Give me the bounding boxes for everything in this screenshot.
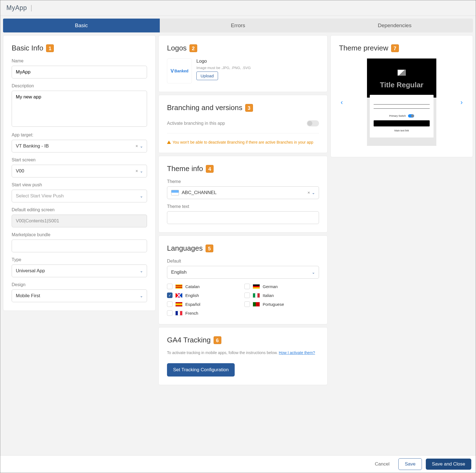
theme-chevron-icon[interactable]: ⌄	[312, 190, 315, 195]
ga4-description: To activate tracking in mobile apps, fol…	[167, 350, 319, 355]
lang-portuguese[interactable]: Portuguese	[244, 301, 319, 307]
lang-french[interactable]: French	[167, 310, 242, 316]
design-chevron-icon[interactable]: ⌄	[140, 294, 143, 298]
theme-label: Theme	[167, 179, 319, 184]
branching-activate-label: Activate branching in this app	[167, 121, 225, 126]
lang-english[interactable]: ✓ English	[167, 293, 242, 298]
app-target-select[interactable]: VT Banking - IB	[12, 140, 147, 152]
start-screen-clear-icon[interactable]: ✕	[135, 169, 138, 173]
preview-image-placeholder-icon	[397, 70, 406, 76]
start-screen-select[interactable]: V00	[12, 165, 147, 177]
save-and-close-button[interactable]: Save and Close	[426, 459, 471, 470]
logo-thumbnail: V Banked	[167, 59, 192, 83]
set-tracking-button[interactable]: Set Tracking Configuration	[167, 363, 235, 377]
name-input[interactable]	[12, 66, 147, 78]
start-view-push-label: Start view push	[12, 182, 147, 187]
ga4-help-link[interactable]: How I activate them?	[279, 350, 315, 355]
italian-checkbox[interactable]	[244, 293, 250, 298]
cancel-button[interactable]: Cancel	[370, 459, 394, 470]
branching-toggle[interactable]	[307, 120, 319, 126]
english-flag-icon	[175, 293, 183, 298]
lang-italian[interactable]: Italian	[244, 293, 319, 298]
save-button[interactable]: Save	[398, 458, 422, 470]
preview-next-icon[interactable]: ›	[459, 97, 464, 108]
branching-warning: You won't be able to deactivate Branchin…	[167, 133, 319, 144]
badge-4: 4	[206, 165, 214, 173]
catalan-checkbox[interactable]	[167, 284, 173, 289]
portuguese-checkbox[interactable]	[244, 301, 250, 307]
default-lang-chevron-icon[interactable]: ⌄	[312, 270, 315, 274]
preview-body: Primary Switch Main text link	[370, 95, 434, 138]
footer-bar: Cancel Save Save and Close	[0, 455, 476, 473]
name-label: Name	[12, 59, 147, 63]
catalan-label: Catalan	[185, 284, 200, 289]
tab-basic[interactable]: Basic	[3, 19, 160, 32]
logo-thumb-text: Banked	[174, 69, 189, 73]
header-separator: |	[31, 4, 32, 11]
card-basic-info: Basic Info 1 Name Description App target…	[3, 35, 156, 311]
type-chevron-icon[interactable]: ⌄	[140, 269, 143, 273]
lang-german[interactable]: German	[244, 284, 319, 289]
badge-5: 5	[206, 245, 213, 252]
theme-icon	[171, 190, 179, 195]
marketplace-input[interactable]	[12, 240, 147, 252]
german-checkbox[interactable]	[244, 284, 250, 289]
preview-switch-label: Primary Switch	[389, 115, 406, 117]
badge-7: 7	[391, 44, 399, 52]
start-screen-chevron-icon[interactable]: ⌄	[140, 169, 143, 173]
card-theme-preview: Theme preview 7 ‹ Title Regular Primary …	[330, 35, 473, 157]
description-textarea[interactable]	[12, 91, 147, 127]
badge-6: 6	[214, 336, 221, 344]
upload-button[interactable]: Upload	[196, 72, 218, 80]
french-checkbox[interactable]	[167, 310, 173, 316]
design-select[interactable]: Mobile First	[12, 289, 147, 302]
preview-prev-icon[interactable]: ‹	[339, 97, 345, 108]
theme-text-label: Theme text	[167, 204, 319, 209]
portuguese-flag-icon	[253, 302, 260, 307]
preview-switch-icon	[408, 114, 414, 118]
theme-text-input[interactable]	[167, 211, 319, 224]
preview-device-frame: Title Regular Primary Switch Main text l…	[367, 59, 436, 146]
app-target-clear-icon[interactable]: ✕	[135, 144, 138, 148]
app-header: MyApp |	[0, 0, 476, 16]
theme-info-title: Theme info	[167, 164, 203, 173]
theme-select[interactable]: ABC_CHANNEL	[167, 186, 319, 199]
english-checkbox[interactable]: ✓	[167, 293, 173, 298]
logo-mark-icon: V	[171, 68, 174, 74]
theme-value: ABC_CHANNEL	[182, 190, 217, 195]
marketplace-label: Marketplace bundle	[12, 232, 147, 237]
tab-dependencies[interactable]: Dependencies	[316, 19, 473, 32]
app-target-chevron-icon[interactable]: ⌄	[140, 144, 143, 148]
espanol-flag-icon	[175, 302, 183, 307]
start-view-push-chevron-icon[interactable]: ⌄	[140, 194, 143, 198]
type-select[interactable]: Universal App	[12, 265, 147, 277]
italian-flag-icon	[253, 293, 260, 298]
default-editing-label: Default editing screen	[12, 207, 147, 212]
branching-warning-text: You won't be able to deactivate Branchin…	[173, 140, 313, 144]
german-flag-icon	[253, 284, 260, 289]
card-logos: Logos 2 V Banked Logo Image must be .JPG…	[158, 35, 328, 92]
logo-requirements: Image must be .JPG, .PNG, .SVG	[196, 66, 251, 70]
design-label: Design	[12, 282, 147, 287]
basic-info-title: Basic Info	[12, 44, 43, 52]
preview-link-text: Main text link	[374, 129, 430, 132]
preview-header: Title Regular	[367, 59, 436, 98]
tab-errors[interactable]: Errors	[160, 19, 317, 32]
card-theme-info: Theme info 4 Theme ABC_CHANNEL ✕ ⌄ Theme…	[158, 156, 328, 233]
ga4-desc-text: To activate tracking in mobile apps, fol…	[167, 350, 279, 355]
lang-catalan[interactable]: Catalan	[167, 284, 242, 289]
start-screen-label: Start screen	[12, 157, 147, 162]
espanol-checkbox[interactable]	[167, 301, 173, 307]
logo-name: Logo	[196, 59, 251, 64]
card-ga4: GA4 Tracking 6 To activate tracking in m…	[158, 327, 328, 385]
languages-title: Languages	[167, 244, 203, 253]
catalan-flag-icon	[175, 284, 183, 289]
start-view-push-select[interactable]: Select Start View Push	[12, 190, 147, 202]
tab-bar: Basic Errors Dependencies	[3, 19, 473, 32]
lang-espanol[interactable]: Español	[167, 301, 242, 307]
theme-clear-icon[interactable]: ✕	[307, 191, 310, 195]
tab-errors-label: Errors	[231, 22, 245, 28]
default-lang-select[interactable]: English	[167, 266, 319, 279]
preview-title: Theme preview	[339, 44, 388, 52]
description-label: Description	[12, 83, 147, 88]
